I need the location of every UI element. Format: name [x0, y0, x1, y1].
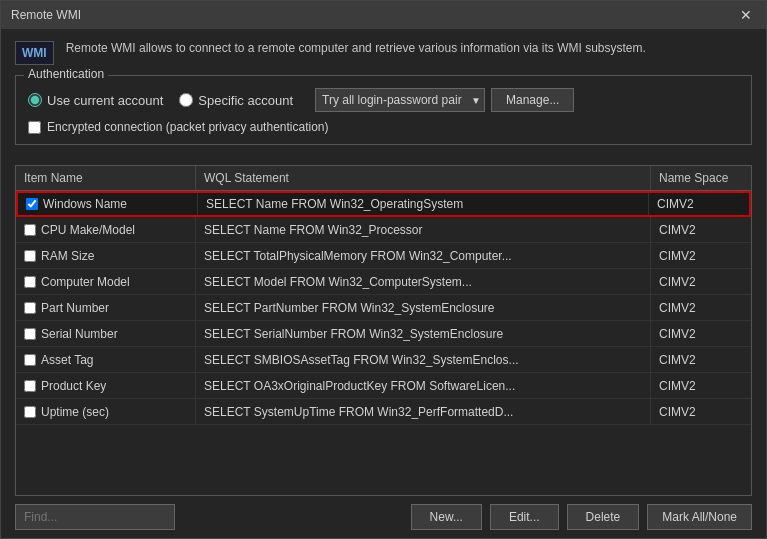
td-item-name: Asset Tag	[16, 347, 196, 372]
specific-account-label[interactable]: Specific account	[179, 93, 293, 108]
item-name-text: CPU Make/Model	[41, 223, 135, 237]
td-namespace: CIMV2	[651, 321, 751, 346]
td-wql: SELECT Name FROM Win32_Processor	[196, 217, 651, 242]
content-area: WMI Remote WMI allows to connect to a re…	[1, 29, 766, 165]
td-item-name: CPU Make/Model	[16, 217, 196, 242]
table-body: Windows Name SELECT Name FROM Win32_Oper…	[16, 191, 751, 495]
manage-button[interactable]: Manage...	[491, 88, 574, 112]
table-row[interactable]: Part Number SELECT PartNumber FROM Win32…	[16, 295, 751, 321]
specific-account-text: Specific account	[198, 93, 293, 108]
td-item-name: Part Number	[16, 295, 196, 320]
td-namespace: CIMV2	[651, 295, 751, 320]
item-name-text: Product Key	[41, 379, 106, 393]
td-namespace: CIMV2	[651, 347, 751, 372]
mark-all-none-button[interactable]: Mark All/None	[647, 504, 752, 530]
td-item-name: Computer Model	[16, 269, 196, 294]
table-row[interactable]: Uptime (sec) SELECT SystemUpTime FROM Wi…	[16, 399, 751, 425]
row-checkbox[interactable]	[24, 276, 36, 288]
table-row[interactable]: Product Key SELECT OA3xOriginalProductKe…	[16, 373, 751, 399]
row-checkbox[interactable]	[24, 328, 36, 340]
row-checkbox[interactable]	[24, 302, 36, 314]
td-namespace: CIMV2	[651, 243, 751, 268]
td-namespace: CIMV2	[651, 373, 751, 398]
table-row[interactable]: Serial Number SELECT SerialNumber FROM W…	[16, 321, 751, 347]
table-row[interactable]: Windows Name SELECT Name FROM Win32_Oper…	[16, 191, 751, 217]
info-description: Remote WMI allows to connect to a remote…	[66, 39, 646, 57]
wmi-badge: WMI	[15, 41, 54, 65]
row-checkbox[interactable]	[24, 250, 36, 262]
remote-wmi-window: Remote WMI ✕ WMI Remote WMI allows to co…	[0, 0, 767, 539]
td-namespace: CIMV2	[651, 399, 751, 424]
table-row[interactable]: CPU Make/Model SELECT Name FROM Win32_Pr…	[16, 217, 751, 243]
auth-radio-row: Use current account Specific account Try…	[28, 88, 739, 112]
td-wql: SELECT Name FROM Win32_OperatingSystem	[198, 193, 649, 215]
dropdown-wrapper: Try all login-password pair ▼	[315, 88, 485, 112]
auth-group: Authentication Use current account Speci…	[15, 75, 752, 145]
title-bar: Remote WMI ✕	[1, 1, 766, 29]
dropdown-container: Try all login-password pair ▼ Manage...	[315, 88, 574, 112]
td-namespace: CIMV2	[651, 269, 751, 294]
login-dropdown[interactable]: Try all login-password pair	[315, 88, 485, 112]
info-box: WMI Remote WMI allows to connect to a re…	[15, 39, 752, 65]
td-item-name: Windows Name	[18, 193, 198, 215]
td-item-name: Serial Number	[16, 321, 196, 346]
row-checkbox[interactable]	[24, 224, 36, 236]
td-namespace: CIMV2	[651, 217, 751, 242]
item-name-text: Windows Name	[43, 197, 127, 211]
item-name-text: Uptime (sec)	[41, 405, 109, 419]
row-checkbox[interactable]	[24, 380, 36, 392]
use-current-account-text: Use current account	[47, 93, 163, 108]
auth-legend: Authentication	[24, 67, 108, 81]
row-checkbox[interactable]	[26, 198, 38, 210]
col-item-name: Item Name	[16, 166, 196, 190]
use-current-account-label[interactable]: Use current account	[28, 93, 163, 108]
table-header: Item Name WQL Statement Name Space	[16, 166, 751, 191]
row-checkbox[interactable]	[24, 354, 36, 366]
td-wql: SELECT OA3xOriginalProductKey FROM Softw…	[196, 373, 651, 398]
td-wql: SELECT SMBIOSAssetTag FROM Win32_SystemE…	[196, 347, 651, 372]
encrypted-connection-checkbox[interactable]	[28, 121, 41, 134]
item-name-text: Part Number	[41, 301, 109, 315]
td-item-name: Uptime (sec)	[16, 399, 196, 424]
td-item-name: Product Key	[16, 373, 196, 398]
wmi-table: Item Name WQL Statement Name Space Windo…	[15, 165, 752, 496]
td-namespace: CIMV2	[649, 193, 749, 215]
item-name-text: Computer Model	[41, 275, 130, 289]
close-button[interactable]: ✕	[736, 5, 756, 25]
window-title: Remote WMI	[11, 8, 81, 22]
delete-button[interactable]: Delete	[567, 504, 640, 530]
td-wql: SELECT SystemUpTime FROM Win32_PerfForma…	[196, 399, 651, 424]
use-current-account-radio[interactable]	[28, 93, 42, 107]
encrypted-connection-text: Encrypted connection (packet privacy aut…	[47, 120, 329, 134]
row-checkbox[interactable]	[24, 406, 36, 418]
td-wql: SELECT TotalPhysicalMemory FROM Win32_Co…	[196, 243, 651, 268]
encrypted-connection-label[interactable]: Encrypted connection (packet privacy aut…	[28, 120, 739, 134]
item-name-text: Asset Tag	[41, 353, 93, 367]
col-wql: WQL Statement	[196, 166, 651, 190]
item-name-text: RAM Size	[41, 249, 94, 263]
find-input[interactable]	[15, 504, 175, 530]
td-item-name: RAM Size	[16, 243, 196, 268]
item-name-text: Serial Number	[41, 327, 118, 341]
bottom-bar: New... Edit... Delete Mark All/None	[1, 496, 766, 538]
specific-account-radio[interactable]	[179, 93, 193, 107]
edit-button[interactable]: Edit...	[490, 504, 559, 530]
td-wql: SELECT Model FROM Win32_ComputerSystem..…	[196, 269, 651, 294]
col-namespace: Name Space	[651, 166, 751, 190]
table-row[interactable]: Asset Tag SELECT SMBIOSAssetTag FROM Win…	[16, 347, 751, 373]
table-row[interactable]: RAM Size SELECT TotalPhysicalMemory FROM…	[16, 243, 751, 269]
td-wql: SELECT SerialNumber FROM Win32_SystemEnc…	[196, 321, 651, 346]
td-wql: SELECT PartNumber FROM Win32_SystemEnclo…	[196, 295, 651, 320]
new-button[interactable]: New...	[411, 504, 482, 530]
table-row[interactable]: Computer Model SELECT Model FROM Win32_C…	[16, 269, 751, 295]
